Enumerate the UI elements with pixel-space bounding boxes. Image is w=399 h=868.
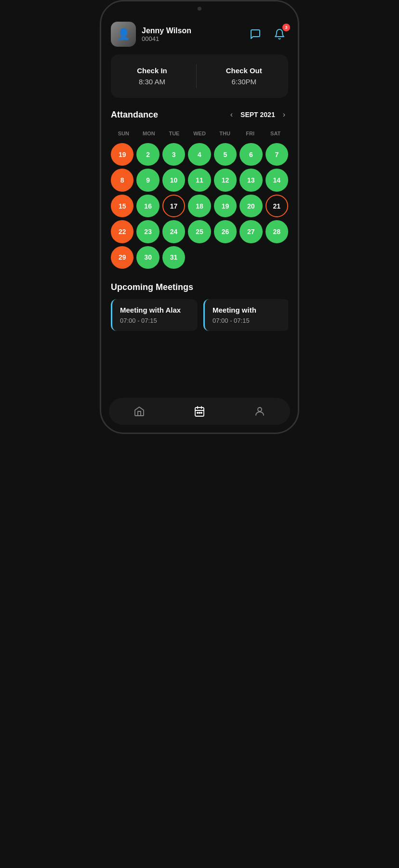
bottom-nav bbox=[109, 398, 290, 425]
svg-point-2 bbox=[199, 412, 200, 413]
cal-day-18-17[interactable]: 18 bbox=[188, 195, 211, 217]
weekday-fri: FRI bbox=[238, 129, 263, 138]
card-divider bbox=[196, 64, 197, 88]
attendance-title: Attandance bbox=[111, 110, 158, 120]
nav-profile[interactable] bbox=[244, 404, 275, 419]
weekday-mon: MON bbox=[136, 129, 162, 138]
attendance-header: Attandance ‹ SEPT 2021 › bbox=[111, 109, 288, 120]
meeting-time-1: 07:00 - 07:15 bbox=[213, 317, 282, 324]
cal-day-24-23[interactable]: 24 bbox=[162, 220, 185, 243]
cal-day-23-22[interactable]: 23 bbox=[136, 220, 159, 243]
svg-point-3 bbox=[201, 412, 202, 413]
user-id: 00041 bbox=[142, 35, 191, 42]
meetings-row: Meeting with Alax 07:00 - 07:15 Meeting … bbox=[111, 299, 288, 335]
status-bar bbox=[101, 1, 298, 16]
meetings-title: Upcoming Meetings bbox=[111, 282, 288, 292]
weekday-thu: THU bbox=[212, 129, 238, 138]
header: 👤 Jenny Wilson 00041 3 bbox=[111, 16, 288, 54]
cal-day-4-3[interactable]: 4 bbox=[188, 143, 211, 166]
message-icon bbox=[250, 28, 261, 40]
svg-point-4 bbox=[258, 408, 262, 411]
header-icons: 3 bbox=[247, 26, 288, 43]
svg-point-1 bbox=[197, 412, 198, 413]
month-nav: ‹ SEPT 2021 › bbox=[227, 109, 288, 120]
cal-day-5-4[interactable]: 5 bbox=[214, 143, 237, 166]
checkin-card: Check In 8:30 AM Check Out 6:30PM bbox=[111, 54, 288, 98]
cal-day-12-11[interactable]: 12 bbox=[214, 169, 237, 191]
cal-day-11-10[interactable]: 11 bbox=[188, 169, 211, 191]
home-icon bbox=[133, 406, 145, 417]
meeting-time-0: 07:00 - 07:15 bbox=[120, 317, 190, 324]
cal-day-17-16[interactable]: 17 bbox=[162, 195, 185, 217]
user-info: 👤 Jenny Wilson 00041 bbox=[111, 22, 191, 47]
checkout-label: Check Out bbox=[226, 66, 262, 75]
checkout-time: 6:30PM bbox=[226, 78, 262, 86]
camera-dot bbox=[198, 7, 201, 11]
cal-day-3-2[interactable]: 3 bbox=[162, 143, 185, 166]
cal-day-27-26[interactable]: 27 bbox=[239, 220, 262, 243]
cal-day-22-21[interactable]: 22 bbox=[111, 220, 133, 243]
meeting-name-1: Meeting with bbox=[213, 306, 282, 314]
calendar: SUN MON TUE WED THU FRI SAT 192345678910… bbox=[111, 129, 288, 269]
weekday-wed: WED bbox=[187, 129, 213, 138]
cal-day-19-18[interactable]: 19 bbox=[214, 195, 237, 217]
month-label: SEPT 2021 bbox=[240, 111, 275, 118]
avatar: 👤 bbox=[111, 22, 136, 47]
cal-day-9-8[interactable]: 9 bbox=[136, 169, 159, 191]
message-button[interactable] bbox=[247, 26, 264, 43]
weekday-sat: SAT bbox=[263, 129, 288, 138]
weekday-sun: SUN bbox=[111, 129, 136, 138]
cal-day-6-5[interactable]: 6 bbox=[239, 143, 262, 166]
cal-day-31-30[interactable]: 31 bbox=[162, 246, 185, 269]
user-text: Jenny Wilson 00041 bbox=[142, 26, 191, 42]
prev-month-button[interactable]: ‹ bbox=[227, 109, 236, 120]
nav-home[interactable] bbox=[124, 404, 155, 419]
profile-icon bbox=[254, 406, 266, 417]
cal-day-8-7[interactable]: 8 bbox=[111, 169, 133, 191]
cal-day-30-29[interactable]: 30 bbox=[136, 246, 159, 269]
notification-button[interactable]: 3 bbox=[271, 26, 288, 43]
main-content: 👤 Jenny Wilson 00041 3 bbox=[101, 16, 298, 392]
checkin-block: Check In 8:30 AM bbox=[137, 66, 167, 86]
cal-day-21-20[interactable]: 21 bbox=[266, 195, 288, 217]
cal-day-13-12[interactable]: 13 bbox=[239, 169, 262, 191]
cal-day-10-9[interactable]: 10 bbox=[162, 169, 185, 191]
calendar-days: 1923456789101112131415161718192021222324… bbox=[111, 143, 288, 269]
calendar-icon bbox=[194, 406, 205, 417]
cal-day-14-13[interactable]: 14 bbox=[266, 169, 288, 191]
cal-day-2-1[interactable]: 2 bbox=[136, 143, 159, 166]
cal-day-19-0[interactable]: 19 bbox=[111, 143, 133, 166]
meeting-card-1[interactable]: Meeting with 07:00 - 07:15 bbox=[203, 299, 288, 331]
cal-day-25-24[interactable]: 25 bbox=[188, 220, 211, 243]
weekday-headers: SUN MON TUE WED THU FRI SAT bbox=[111, 129, 288, 138]
avatar-image: 👤 bbox=[111, 22, 136, 47]
weekday-tue: TUE bbox=[161, 129, 187, 138]
meeting-name-0: Meeting with Alax bbox=[120, 306, 190, 314]
checkin-label: Check In bbox=[137, 66, 167, 75]
next-month-button[interactable]: › bbox=[280, 109, 288, 120]
cal-day-20-19[interactable]: 20 bbox=[239, 195, 262, 217]
notification-badge: 3 bbox=[282, 24, 290, 31]
user-name: Jenny Wilson bbox=[142, 26, 191, 35]
cal-day-26-25[interactable]: 26 bbox=[214, 220, 237, 243]
cal-day-15-14[interactable]: 15 bbox=[111, 195, 133, 217]
phone-frame: 👤 Jenny Wilson 00041 3 bbox=[100, 0, 299, 434]
checkout-block: Check Out 6:30PM bbox=[226, 66, 262, 86]
cal-day-29-28[interactable]: 29 bbox=[111, 246, 133, 269]
nav-calendar[interactable] bbox=[184, 404, 215, 419]
cal-day-7-6[interactable]: 7 bbox=[266, 143, 288, 166]
cal-day-16-15[interactable]: 16 bbox=[136, 195, 159, 217]
checkin-time: 8:30 AM bbox=[137, 78, 167, 86]
cal-day-28-27[interactable]: 28 bbox=[266, 220, 288, 243]
meeting-card-0[interactable]: Meeting with Alax 07:00 - 07:15 bbox=[111, 299, 198, 331]
